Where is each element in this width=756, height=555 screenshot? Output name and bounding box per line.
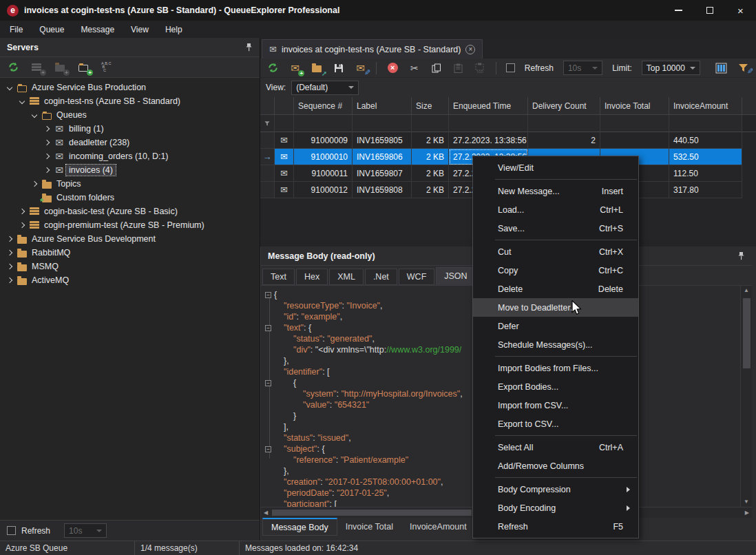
cell-it[interactable] — [600, 132, 669, 149]
save-icon[interactable] — [333, 62, 345, 74]
tree-item-cogin-test-ns-azure-sb-standard[interactable]: cogin-test-ns (Azure SB - Standard) — [0, 94, 260, 108]
collapse-icon[interactable]: − — [265, 380, 271, 386]
cell-label[interactable]: INV1659805 — [353, 132, 412, 149]
tree-item-invoices-4[interactable]: ✉invoices (4) — [0, 163, 260, 177]
tree-item-queues[interactable]: Queues — [0, 108, 260, 122]
new-message-icon[interactable]: ✉+ — [289, 62, 302, 74]
filter-cell-seq[interactable] — [294, 115, 353, 132]
paste-multiple-icon[interactable]: x10 — [474, 62, 486, 74]
chevron-right-icon[interactable] — [44, 154, 50, 159]
filter-edit-icon[interactable]: ✎ — [737, 62, 749, 74]
collapse-icon[interactable]: − — [265, 292, 271, 298]
cell-size[interactable]: 2 KB — [412, 165, 449, 182]
menu-item-copy[interactable]: CopyCtrl+C — [473, 261, 638, 280]
scroll-down-icon[interactable]: ▼ — [744, 497, 749, 507]
view-select[interactable]: (Default) — [291, 81, 359, 95]
scroll-right-icon[interactable]: ▶ — [745, 508, 749, 518]
auto-refresh-checkbox[interactable] — [7, 526, 16, 535]
menu-item-view-edit[interactable]: View/Edit — [473, 158, 638, 177]
menu-item-select-all[interactable]: Select AllCtrl+A — [473, 438, 638, 457]
tree-item-rabbitmq[interactable]: RabbitMQ — [0, 246, 260, 260]
chevron-right-icon[interactable] — [7, 278, 12, 283]
menu-item-delete[interactable]: DeleteDelete — [473, 280, 638, 298]
tree-item-incoming-orders-10-d-1[interactable]: ✉incoming_orders (10, D:1) — [0, 149, 260, 163]
scroll-left-icon[interactable]: ◀ — [264, 508, 268, 518]
cell-ia[interactable]: 317.80 — [669, 182, 742, 198]
filter-cell-size[interactable] — [412, 115, 449, 132]
column-header-enq[interactable]: Enqueued Time — [449, 97, 528, 115]
cell-seq[interactable]: 91000012 — [294, 182, 353, 198]
cell-dc[interactable]: 2 — [528, 132, 600, 149]
auto-refresh-checkbox[interactable] — [506, 63, 515, 72]
add-folder-icon[interactable]: + — [54, 61, 66, 74]
chevron-right-icon[interactable] — [44, 140, 50, 145]
menu-item-refresh[interactable]: RefreshF5 — [473, 517, 638, 536]
tree-item-topics[interactable]: Topics — [0, 177, 260, 191]
message-row-91000009[interactable]: ✉91000009INV16598052 KB27.2.2023. 13:38:… — [260, 132, 756, 149]
cell-size[interactable]: 2 KB — [412, 149, 449, 165]
menu-item-move-to-deadletter[interactable]: Move to Deadletter... — [473, 298, 638, 317]
cell-ia[interactable]: 112.50 — [669, 165, 742, 182]
menu-item-schedule-messages-s[interactable]: Schedule Messages(s)... — [473, 335, 638, 354]
cell-enq[interactable]: 27.2.2023. 13:38:56 — [449, 132, 528, 149]
refresh-interval-select[interactable]: 10s — [563, 61, 602, 75]
menu-help[interactable]: Help — [157, 22, 191, 37]
chevron-right-icon[interactable] — [7, 236, 12, 242]
tree-item-azure-service-bus-production[interactable]: Azure Service Bus Production — [0, 81, 260, 94]
cell-seq[interactable]: 91000010 — [294, 149, 353, 165]
chevron-down-icon[interactable] — [32, 112, 37, 118]
bottom-tab-invoice-total[interactable]: Invoice Total — [337, 518, 401, 536]
cell-ia[interactable]: 532.50 — [669, 149, 742, 165]
collapse-icon[interactable]: − — [265, 325, 271, 331]
filter-cell-enq[interactable] — [449, 115, 528, 132]
cell-label[interactable]: INV1659806 — [353, 149, 412, 165]
body-tab-xml[interactable]: XML — [329, 269, 364, 285]
menu-message[interactable]: Message — [72, 22, 123, 37]
body-tab-text[interactable]: Text — [262, 269, 295, 285]
tab-invoices-queue[interactable]: ✉ invoices at cogin-test-ns (Azure SB - … — [262, 39, 483, 59]
column-header-ia[interactable]: InvoiceAmount — [669, 97, 742, 115]
menu-item-load[interactable]: Load...Ctrl+L — [473, 200, 638, 219]
bottom-tab-message-body[interactable]: Message Body — [262, 518, 337, 536]
tab-close-icon[interactable]: × — [465, 45, 475, 54]
close-button[interactable]: × — [725, 0, 756, 21]
chevron-right-icon[interactable] — [44, 167, 50, 173]
body-tab-hex[interactable]: Hex — [296, 269, 328, 285]
chevron-down-icon[interactable] — [7, 85, 12, 90]
sort-abc-icon[interactable]: A,B,C B C — [101, 61, 113, 74]
column-header-label[interactable]: Label — [353, 97, 412, 115]
column-header-size[interactable]: Size — [412, 97, 449, 115]
maximize-button[interactable] — [694, 0, 725, 21]
cell-size[interactable]: 2 KB — [412, 182, 449, 198]
cell-seq[interactable]: 91000009 — [294, 132, 353, 149]
menu-item-import-bodies-from-files[interactable]: Import Bodies from Files... — [473, 359, 638, 377]
tree-item-billing-1[interactable]: ✉billing (1) — [0, 122, 260, 136]
collapse-icon[interactable]: − — [265, 446, 271, 452]
menu-item-body-compression[interactable]: Body Compression — [473, 480, 638, 499]
column-header-seq[interactable]: Sequence # — [294, 97, 353, 115]
column-header-dc[interactable]: Delivery Count — [528, 97, 600, 115]
delete-icon[interactable]: × — [386, 62, 399, 74]
refresh-icon[interactable] — [7, 61, 19, 74]
edit-message-icon[interactable]: ✉✎ — [355, 62, 367, 74]
scrollbar-thumb[interactable] — [743, 298, 750, 368]
scroll-up-icon[interactable]: ▲ — [744, 286, 749, 295]
tree-item-custom-folders[interactable]: *Custom folders — [0, 191, 260, 205]
body-tab-json[interactable]: JSON — [436, 267, 475, 285]
scrollbar-thumb[interactable] — [272, 510, 472, 516]
bottom-tab-invoiceamount[interactable]: InvoiceAmount — [401, 518, 475, 536]
menu-item-defer[interactable]: Defer — [473, 317, 638, 335]
chevron-right-icon[interactable] — [19, 222, 25, 228]
tree-item-deadletter-238[interactable]: ✉deadletter (238) — [0, 136, 260, 149]
menu-item-export-bodies[interactable]: Export Bodies... — [473, 377, 638, 396]
paste-icon[interactable] — [452, 62, 464, 74]
chevron-right-icon[interactable] — [7, 264, 12, 269]
menu-file[interactable]: File — [1, 22, 31, 37]
column-header-it[interactable]: Invoice Total — [600, 97, 669, 115]
tree-item-azure-service-bus-development[interactable]: Azure Service Bus Development — [0, 232, 260, 246]
body-tab-wcf[interactable]: WCF — [399, 269, 434, 285]
menu-item-export-to-csv[interactable]: Export to CSV... — [473, 415, 638, 433]
columns-icon[interactable] — [715, 62, 728, 74]
limit-select[interactable]: Top 10000 — [642, 61, 700, 75]
menu-queue[interactable]: Queue — [31, 22, 72, 37]
